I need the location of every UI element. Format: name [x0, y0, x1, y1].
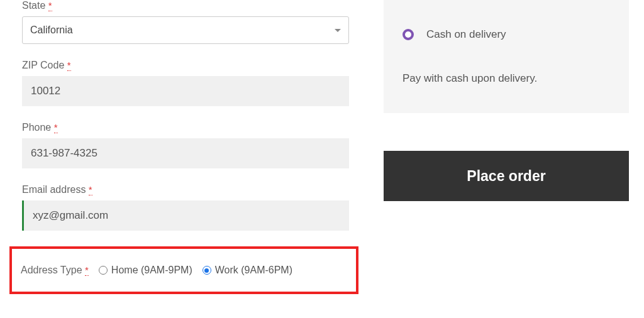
state-label-text: State [22, 0, 45, 11]
address-type-label: Address Type * [21, 265, 89, 276]
required-mark: * [85, 265, 89, 276]
state-select[interactable]: California [22, 16, 349, 44]
zip-label: ZIP Code * [22, 60, 349, 71]
address-type-work-option[interactable]: Work (9AM-6PM) [203, 265, 292, 276]
required-mark: * [54, 122, 58, 133]
zip-input[interactable] [22, 76, 349, 106]
payment-option-label: Cash on delivery [426, 28, 506, 41]
required-mark: * [67, 60, 71, 71]
phone-input[interactable] [22, 138, 349, 168]
payment-box: Cash on delivery Pay with cash upon deli… [384, 0, 629, 113]
phone-label: Phone * [22, 122, 349, 133]
state-field: State * California [22, 0, 349, 44]
address-type-row: Address Type * Home (9AM-9PM) Work (9AM-… [21, 265, 347, 276]
phone-label-text: Phone [22, 122, 51, 133]
spacer [384, 113, 629, 151]
state-label: State * [22, 0, 349, 11]
radio-icon-checked [203, 266, 211, 275]
payment-option-cod[interactable]: Cash on delivery [402, 28, 610, 41]
address-type-highlight: Address Type * Home (9AM-9PM) Work (9AM-… [9, 246, 358, 294]
address-type-home-label: Home (9AM-9PM) [111, 265, 192, 276]
phone-field: Phone * [22, 122, 349, 168]
required-mark: * [89, 184, 92, 195]
chevron-down-icon [335, 29, 341, 32]
state-selected-value: California [30, 25, 73, 36]
required-mark: * [48, 0, 52, 11]
radio-dot-icon [204, 268, 209, 273]
radio-icon [99, 266, 108, 275]
address-type-work-label: Work (9AM-6PM) [215, 265, 292, 276]
address-type-label-text: Address Type [21, 265, 82, 275]
radio-selected-icon [402, 29, 414, 40]
place-order-button[interactable]: Place order [384, 151, 629, 201]
payment-description: Pay with cash upon delivery. [402, 72, 610, 85]
email-label-text: Email address [22, 184, 86, 195]
email-label: Email address * [22, 184, 349, 195]
email-input[interactable] [22, 200, 349, 231]
email-field: Email address * [22, 184, 349, 231]
zip-label-text: ZIP Code [22, 60, 64, 70]
zip-field: ZIP Code * [22, 60, 349, 106]
address-type-home-option[interactable]: Home (9AM-9PM) [99, 265, 192, 276]
